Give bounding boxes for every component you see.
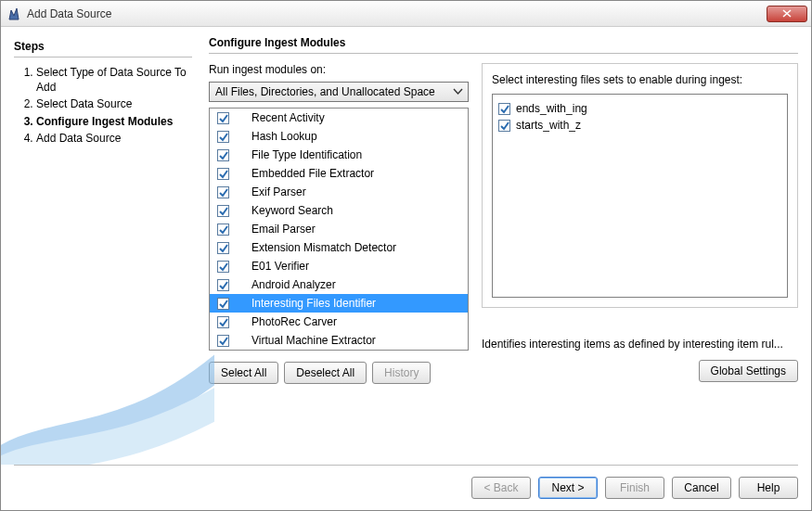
module-label: Interesting Files Identifier [251, 297, 376, 310]
filesets-group: Select interesting files sets to enable … [482, 63, 798, 308]
module-item[interactable]: Interesting Files Identifier [210, 294, 468, 313]
module-item[interactable]: PhotoRec Carver [210, 313, 468, 331]
module-label: Exif Parser [251, 185, 306, 198]
wizard-decoration [1, 307, 214, 465]
filesets-list: ends_with_ingstarts_with_z [492, 94, 788, 298]
fileset-item[interactable]: ends_with_ing [498, 100, 781, 117]
module-checkbox[interactable] [217, 205, 229, 217]
steps-pane: Steps Select Type of Data Source To AddS… [14, 36, 192, 465]
module-item[interactable]: Recent Activity [210, 109, 468, 127]
global-settings-button[interactable]: Global Settings [699, 360, 798, 382]
module-label: E01 Verifier [251, 260, 309, 273]
module-label: PhotoRec Carver [251, 315, 337, 328]
fileset-label: ends_with_ing [516, 102, 587, 115]
wizard-footer: < Back Next > Finish Cancel Help [14, 465, 798, 510]
wizard-window: Add Data Source Steps Select Type of Dat… [0, 0, 812, 511]
window-close-button[interactable] [767, 6, 807, 22]
run-target-combo[interactable]: All Files, Directories, and Unallocated … [209, 82, 469, 102]
app-icon [6, 6, 21, 21]
module-item[interactable]: Extension Mismatch Detector [210, 238, 468, 257]
back-button[interactable]: < Back [471, 477, 531, 499]
module-item[interactable]: Keyword Search [210, 201, 468, 220]
run-modules-label: Run ingest modules on: [209, 63, 469, 76]
module-item[interactable]: Android Analyzer [210, 275, 468, 294]
module-checkbox[interactable] [217, 186, 229, 198]
module-checkbox[interactable] [217, 242, 229, 254]
module-label: Hash Lookup [251, 130, 317, 143]
select-all-button[interactable]: Select All [209, 362, 278, 384]
filesets-label: Select interesting files sets to enable … [492, 73, 788, 86]
module-item[interactable]: File Type Identification [210, 146, 468, 164]
fileset-checkbox[interactable] [498, 103, 510, 115]
module-label: Recent Activity [251, 111, 325, 124]
close-icon [782, 9, 792, 18]
module-buttons: Select All Deselect All History [209, 362, 469, 384]
deselect-all-button[interactable]: Deselect All [284, 362, 367, 384]
module-label: Virtual Machine Extractor [251, 334, 376, 347]
module-label: Keyword Search [251, 204, 333, 217]
module-item[interactable]: Virtual Machine Extractor [210, 331, 468, 350]
step-item: Select Data Source [36, 96, 192, 111]
steps-divider [14, 57, 192, 57]
module-checkbox[interactable] [217, 168, 229, 180]
global-settings-row: Global Settings [482, 360, 798, 382]
step-item: Configure Ingest Modules [36, 114, 192, 129]
module-item[interactable]: Hash Lookup [210, 127, 468, 146]
module-checkbox[interactable] [217, 261, 229, 273]
next-button[interactable]: Next > [538, 477, 598, 499]
module-checkbox[interactable] [217, 149, 229, 161]
fileset-item[interactable]: starts_with_z [498, 117, 781, 134]
step-item: Add Data Source [36, 131, 192, 146]
main-divider [209, 53, 798, 54]
module-checkbox[interactable] [217, 224, 229, 236]
titlebar: Add Data Source [1, 1, 811, 27]
steps-heading: Steps [14, 40, 192, 53]
module-label: Android Analyzer [251, 278, 336, 291]
module-description: Identifies interesting items as defined … [482, 338, 798, 351]
module-checkbox[interactable] [217, 316, 229, 328]
step-item: Select Type of Data Source To Add [36, 65, 192, 95]
finish-button[interactable]: Finish [605, 477, 664, 499]
main-heading: Configure Ingest Modules [209, 36, 798, 49]
module-checkbox[interactable] [217, 298, 229, 310]
module-label: File Type Identification [251, 148, 362, 161]
fileset-label: starts_with_z [516, 119, 581, 132]
history-button[interactable]: History [372, 362, 431, 384]
cancel-button[interactable]: Cancel [672, 477, 731, 499]
module-list: Recent ActivityHash LookupFile Type Iden… [209, 108, 469, 351]
module-checkbox[interactable] [217, 335, 229, 347]
wizard-body: Steps Select Type of Data Source To AddS… [1, 27, 811, 465]
module-label: Email Parser [251, 223, 316, 236]
help-button[interactable]: Help [739, 477, 798, 499]
module-item[interactable]: E01 Verifier [210, 257, 468, 275]
module-label: Embedded File Extractor [251, 167, 374, 180]
run-target-selected: All Files, Directories, and Unallocated … [215, 85, 435, 98]
module-checkbox[interactable] [217, 112, 229, 124]
chevron-down-icon [453, 86, 463, 96]
module-item[interactable]: Email Parser [210, 220, 468, 238]
main-content: Run ingest modules on: All Files, Direct… [209, 63, 798, 465]
options-column: Select interesting files sets to enable … [482, 63, 798, 465]
module-item[interactable]: Exif Parser [210, 183, 468, 201]
main-pane: Configure Ingest Modules Run ingest modu… [192, 36, 798, 465]
steps-list: Select Type of Data Source To AddSelect … [14, 65, 192, 146]
module-checkbox[interactable] [217, 131, 229, 143]
module-checkbox[interactable] [217, 279, 229, 291]
module-item[interactable]: Embedded File Extractor [210, 164, 468, 183]
window-title: Add Data Source [27, 7, 767, 20]
modules-column: Run ingest modules on: All Files, Direct… [209, 63, 469, 465]
module-label: Extension Mismatch Detector [251, 241, 396, 254]
fileset-checkbox[interactable] [498, 120, 510, 132]
